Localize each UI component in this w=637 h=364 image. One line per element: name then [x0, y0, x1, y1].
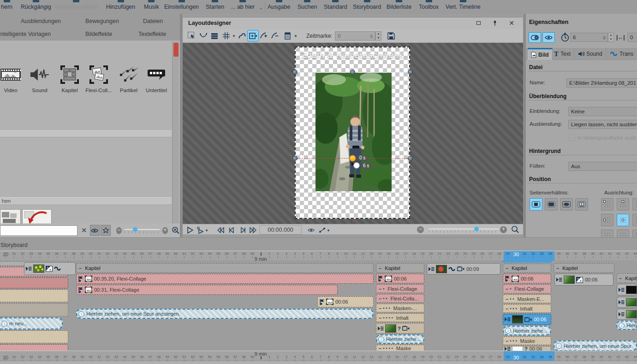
hintergrundfarbe-checkbox[interactable]: ✓	[569, 135, 575, 141]
grid-tool-caret-icon[interactable]: ▼	[232, 34, 236, 38]
tool-partikel[interactable]: Partikel	[114, 63, 143, 93]
toolbox-group-header[interactable]: hen	[0, 197, 172, 205]
timeline-clip-selected[interactable]: 00:06	[503, 314, 551, 325]
layers-tool[interactable]	[209, 30, 220, 41]
name-input[interactable]: E:\Bilder 2\Hamburg 08_201	[566, 78, 637, 88]
thumbnail-size-slider[interactable]	[125, 227, 159, 234]
timeline-clip[interactable]: –•Flexi-Collage	[376, 284, 424, 293]
show-keyframes-button[interactable]	[306, 225, 316, 235]
timeline-clip[interactable]: 00:06	[503, 274, 551, 283]
align-button-top-right[interactable]	[632, 198, 637, 211]
collapse-icon[interactable]: –	[506, 338, 508, 344]
zoom-out-button[interactable]: −	[116, 227, 122, 234]
toolbar-caret-icon[interactable]: ⌄	[259, 6, 263, 10]
zeitmarke-spinner[interactable]: ▲▼	[375, 31, 381, 41]
toolbar-item-standard[interactable]: Standard	[324, 4, 347, 10]
left-tab-bewegungen[interactable]: Bewegungen	[85, 18, 119, 24]
align-button-top-left[interactable]	[601, 198, 613, 211]
timeline-drop-zone[interactable]: ↓Hierher ziehen, um neue Spur	[554, 341, 637, 351]
timeline-drop-zone[interactable]: ↓Hierher zie	[616, 321, 637, 330]
timeline-group-header[interactable]: –Kapitel	[616, 273, 637, 283]
tab-bild[interactable]: Bild	[528, 48, 553, 60]
left-tab-texteffekte[interactable]: Texteffekte	[138, 31, 166, 37]
toolbar-item-ab-hier[interactable]: ... ab hier	[231, 4, 255, 10]
timeline-clip[interactable]: –•••Inhalt	[503, 304, 551, 313]
motion-marker-start[interactable]	[349, 155, 356, 162]
eye-toggle-button[interactable]	[90, 225, 100, 236]
skip-start-button[interactable]	[216, 225, 225, 235]
timeline-clip[interactable]: 00:06	[376, 274, 424, 283]
timeline-clip[interactable]: –•••Maske	[503, 336, 551, 345]
curve-remove-tool[interactable]	[270, 30, 280, 41]
panel-layout-tool[interactable]	[283, 30, 293, 41]
play-from-timemark-button[interactable]	[196, 225, 205, 235]
layoutdesigner-titlebar[interactable]: Layoutdesigner ✕	[183, 18, 523, 29]
timeline-clip[interactable]: 00:09	[427, 263, 500, 275]
toolbar-item-storyboard[interactable]: Storyboard	[353, 4, 381, 10]
canvas-zoom-slider[interactable]	[429, 227, 499, 233]
collapse-icon[interactable]: –	[379, 305, 381, 311]
play-button[interactable]	[185, 225, 195, 235]
timeline-drop-zone[interactable]: ↓Hierher ziehen, um neue Spur anzulegen.	[76, 309, 374, 319]
collapse-icon[interactable]: –	[506, 265, 508, 271]
pin-icon[interactable]	[491, 19, 499, 27]
timeline-clip[interactable]: –•Flexi-Collage	[503, 284, 551, 294]
filter-input[interactable]	[0, 225, 77, 236]
toolbar-item-speichern[interactable]: hern	[1, 4, 12, 10]
ratio-stretch-button[interactable]	[560, 198, 573, 211]
grid-tool[interactable]	[221, 30, 232, 41]
align-button-middle-right[interactable]	[632, 214, 637, 226]
storyboard-ruler-bottom[interactable]: 3031323334353637383940414243444546474849…	[0, 351, 637, 360]
tool-flexi[interactable]: Flexi-Coll...	[84, 63, 113, 93]
timeline-drop-zone[interactable]: ↓Hierher ziehe...	[376, 335, 424, 344]
toolbar-item-suchen[interactable]: Suchen	[298, 4, 317, 10]
timeline-drop-zone[interactable]: ↓m neu...	[0, 317, 63, 329]
ratio-keep-button[interactable]	[530, 198, 542, 211]
photo-image[interactable]	[316, 73, 392, 191]
timeline-clip[interactable]: –••••Inhalt	[376, 313, 424, 322]
left-tab-intelligente-vorlagen[interactable]: Intelligente Vorlagen	[0, 31, 51, 37]
toolbar-item-bilderliste[interactable]: Bilderliste	[387, 4, 411, 10]
motion-marker-end[interactable]	[353, 162, 360, 169]
collapse-icon[interactable]: –	[506, 296, 508, 302]
timeline-clip[interactable]: –••Masken-E...	[503, 294, 551, 303]
select-tool[interactable]	[186, 30, 197, 41]
clear-filter-icon[interactable]: ✕	[81, 226, 87, 235]
toolbar-item-vert-timeline[interactable]: Vert. Timeline	[446, 4, 481, 10]
toolbar-item-einstellungen[interactable]: Einstellungen	[164, 4, 199, 10]
ratio-fill-button[interactable]	[545, 198, 558, 211]
ratio-original-button[interactable]	[575, 198, 588, 211]
offset-input[interactable]: 0	[627, 33, 637, 42]
close-icon[interactable]: ✕	[507, 19, 516, 27]
tool-untertitel[interactable]: Untertitel	[142, 63, 171, 93]
timeline-clip[interactable]	[617, 309, 637, 320]
collapse-icon[interactable]: –	[379, 265, 381, 271]
align-button-middle-left[interactable]	[601, 214, 613, 226]
timeline-group-header[interactable]: –Kapitel	[76, 263, 374, 273]
timeline-clip[interactable]: –•••Masken-...	[376, 304, 424, 312]
active-toggle-button[interactable]	[529, 32, 541, 43]
canvas-zoom-out-button[interactable]: −	[417, 226, 424, 233]
collapse-icon[interactable]: –	[506, 286, 508, 292]
tab-transparenz[interactable]: Trans	[607, 48, 637, 60]
canvas-zoom-slider-thumb[interactable]	[474, 227, 479, 231]
timeline-clip[interactable]	[0, 330, 68, 343]
einblendung-select[interactable]: Keine	[568, 107, 637, 116]
collapse-icon[interactable]: –	[79, 265, 82, 271]
duration-spinner[interactable]: ▲▼	[608, 33, 614, 42]
maximize-icon[interactable]	[474, 19, 482, 27]
collapse-icon[interactable]: –	[379, 296, 381, 301]
play-from-timemark-button-caret-icon[interactable]: ▼	[205, 229, 208, 233]
align-button-bottom-left[interactable]	[601, 229, 613, 237]
timeline-clip[interactable]	[0, 303, 68, 317]
timeline-clip[interactable]: 00:06	[317, 296, 374, 307]
toolbar-item-wiederherstellen[interactable]: Wiederherstellen	[54, 4, 98, 10]
timeline-clip[interactable]: AB00:06	[554, 274, 613, 286]
timeline-clip[interactable]	[0, 289, 68, 302]
timeline-clip[interactable]	[617, 297, 637, 308]
skip-end-button[interactable]	[248, 225, 257, 235]
collapse-icon[interactable]: –	[379, 346, 381, 351]
left-tab-bildeffekte[interactable]: Bildeffekte	[85, 31, 112, 37]
toolbar-item-ausgabe[interactable]: Ausgabe	[268, 4, 290, 10]
ausblendung-select[interactable]: Liegen lassen, nicht ausblend	[568, 120, 637, 129]
